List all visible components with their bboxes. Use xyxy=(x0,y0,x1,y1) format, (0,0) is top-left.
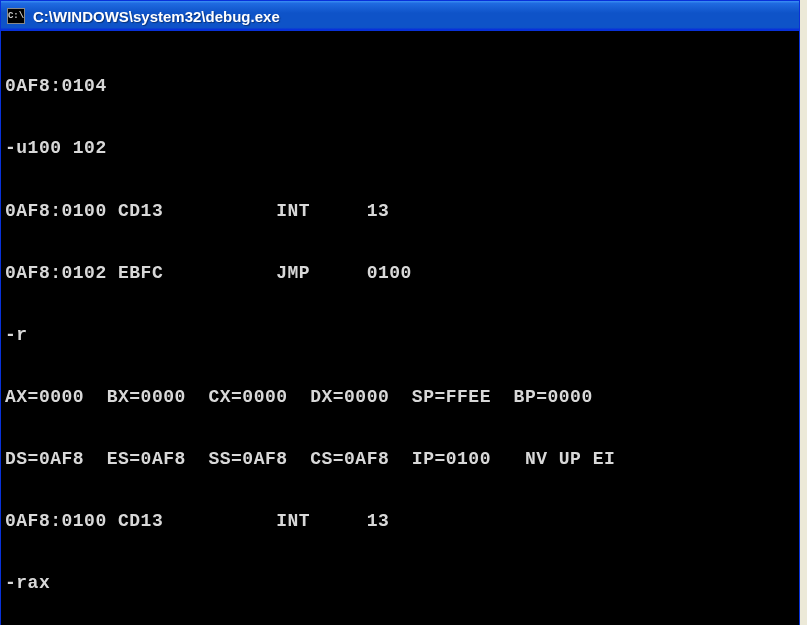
terminal-line: 0AF8:0104 xyxy=(5,76,791,97)
terminal-line: 0AF8:0100 CD13 INT 13 xyxy=(5,201,791,222)
terminal-line: -rax xyxy=(5,573,791,594)
terminal-line: AX=0000 BX=0000 CX=0000 DX=0000 SP=FFEE … xyxy=(5,387,791,408)
command-window: C:\ C:\WINDOWS\system32\debug.exe 0AF8:0… xyxy=(0,0,800,625)
terminal-output[interactable]: 0AF8:0104 -u100 102 0AF8:0100 CD13 INT 1… xyxy=(1,31,799,625)
terminal-line: 0AF8:0102 EBFC JMP 0100 xyxy=(5,263,791,284)
terminal-line: -r xyxy=(5,325,791,346)
terminal-line: DS=0AF8 ES=0AF8 SS=0AF8 CS=0AF8 IP=0100 … xyxy=(5,449,791,470)
titlebar[interactable]: C:\ C:\WINDOWS\system32\debug.exe xyxy=(1,1,799,31)
window-title: C:\WINDOWS\system32\debug.exe xyxy=(33,8,793,25)
terminal-line: -u100 102 xyxy=(5,138,791,159)
cmd-icon: C:\ xyxy=(7,8,25,24)
terminal-line: 0AF8:0100 CD13 INT 13 xyxy=(5,511,791,532)
